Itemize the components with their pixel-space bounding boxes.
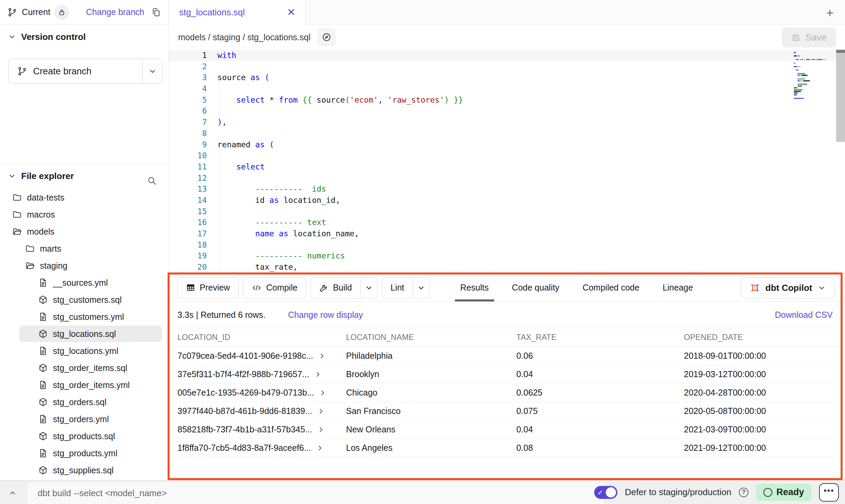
file-tree-item-stg-order-items-sql[interactable]: stg_order_items.sql: [0, 359, 168, 376]
file-tree-item--sources-yml[interactable]: __sources.yml: [0, 274, 168, 291]
column-header-tax_rate: TAX_RATE: [516, 333, 684, 342]
folder-icon: [12, 193, 22, 202]
file-icon: [38, 414, 48, 424]
wrench-icon: [319, 283, 329, 293]
search-icon[interactable]: [147, 176, 157, 186]
expand-row-icon[interactable]: [317, 426, 325, 433]
file-tree-item-staging[interactable]: staging: [0, 257, 168, 274]
file-tree-item-stg-locations-sql[interactable]: stg_locations.sql: [0, 325, 168, 342]
file-tree-item-marts[interactable]: marts: [0, 240, 168, 257]
status-circle-icon: [763, 488, 772, 497]
collapse-panel-button[interactable]: [5, 485, 20, 501]
cell-opened-date: 2018-09-01T00:00:00: [684, 351, 841, 361]
change-branch-link[interactable]: Change branch: [86, 7, 144, 17]
file-tree-item-stg-orders-yml[interactable]: stg_orders.yml: [0, 411, 168, 428]
code-line-6: 6: [169, 105, 845, 117]
file-name: staging: [40, 261, 68, 271]
file-tree-item-models[interactable]: models: [0, 223, 168, 240]
file-explorer-title: File explorer: [21, 171, 74, 181]
close-icon[interactable]: ✕: [287, 7, 296, 17]
dbt-copilot-button[interactable]: dbt Copilot: [741, 277, 835, 298]
file-tree-item-stg-order-items-yml[interactable]: stg_order_items.yml: [0, 376, 168, 394]
code-line-11: 11 select: [169, 161, 845, 173]
git-branch-icon: [8, 8, 17, 17]
copy-icon[interactable]: [151, 8, 161, 17]
file-name: stg_customers.sql: [53, 295, 121, 305]
dbt-ide-app: Current Change branch Version control Cr…: [0, 0, 845, 504]
preview-button[interactable]: Preview: [177, 277, 239, 298]
panel-tab-lineage[interactable]: Lineage: [651, 274, 705, 301]
cell-tax-rate: 0.04: [516, 369, 684, 379]
minimap[interactable]: [794, 52, 834, 100]
line-number: 18: [169, 239, 207, 251]
code-line-5: 5 select * from {{ source('ecom', 'raw_s…: [169, 94, 845, 106]
help-icon[interactable]: ?: [739, 488, 748, 497]
results-table-header: LOCATION_IDLOCATION_NAMETAX_RATEOPENED_D…: [169, 328, 841, 347]
cell-tax-rate: 0.04: [516, 425, 684, 434]
lint-dropdown[interactable]: [413, 278, 430, 298]
file-tree-item-stg-locations-yml[interactable]: stg_locations.yml: [0, 342, 168, 359]
lint-button[interactable]: Lint: [382, 278, 412, 298]
create-branch-button[interactable]: Create branch: [9, 59, 143, 84]
cell-tax-rate: 0.08: [516, 443, 684, 453]
expand-row-icon[interactable]: [316, 444, 324, 452]
new-tab-button[interactable]: [822, 5, 837, 20]
file-tree-item-stg-products-yml[interactable]: stg_products.yml: [0, 445, 168, 462]
file-tree-item-stg-customers-yml[interactable]: stg_customers.yml: [0, 308, 168, 325]
version-control-header[interactable]: Version control: [0, 29, 168, 44]
file-tree-item-stg-supplies-sql[interactable]: stg_supplies.sql: [0, 462, 168, 479]
file-tree-item-macros[interactable]: macros: [0, 206, 168, 223]
file-name: stg_products.sql: [53, 431, 115, 441]
code-line-13: 13 ---------- ids: [169, 183, 845, 195]
change-row-display-link[interactable]: Change row display: [288, 310, 363, 320]
code-editor[interactable]: 1with23source as (45 select * from {{ so…: [169, 50, 845, 274]
cell-location-name: Brooklyn: [346, 369, 516, 379]
file-tree-item-data-tests[interactable]: data-tests: [0, 189, 168, 206]
panel-tab-code-quality[interactable]: Code quality: [500, 274, 571, 301]
lineage-compass-button[interactable]: [317, 28, 336, 46]
file-name: stg_order_items.yml: [53, 380, 130, 390]
chevron-down-icon: [417, 283, 426, 292]
line-number: 6: [169, 105, 207, 117]
line-number: 14: [169, 195, 207, 206]
version-control-title: Version control: [21, 32, 86, 42]
panel-tab-results[interactable]: Results: [449, 274, 500, 301]
file-tree-item-stg-orders-sql[interactable]: stg_orders.sql: [0, 394, 168, 411]
expand-row-icon[interactable]: [319, 389, 326, 397]
tab-stg-locations-sql[interactable]: stg_locations.sql ✕: [170, 0, 305, 25]
compile-button[interactable]: Compile: [243, 277, 306, 298]
save-button[interactable]: Save: [782, 28, 836, 47]
file-icon: [38, 346, 48, 356]
plus-icon: [825, 8, 835, 18]
expand-row-icon[interactable]: [314, 371, 321, 378]
build-dropdown[interactable]: [360, 278, 377, 298]
build-button[interactable]: Build: [311, 278, 360, 298]
git-branch-icon: [17, 66, 27, 76]
editor-scrollbar[interactable]: [836, 50, 845, 142]
file-explorer-header[interactable]: File explorer: [0, 168, 168, 183]
line-number: 4: [169, 83, 207, 94]
expand-row-icon[interactable]: [318, 352, 326, 360]
lint-label: Lint: [390, 283, 404, 293]
panel-tab-compiled-code[interactable]: Compiled code: [571, 274, 651, 301]
code-line-3: 3source as (: [169, 72, 845, 83]
file-name: stg_locations.yml: [53, 346, 118, 356]
file-tree-item-stg-products-sql[interactable]: stg_products.sql: [0, 428, 168, 445]
preview-label: Preview: [200, 283, 230, 293]
branch-bar: Current Change branch: [0, 0, 168, 25]
model-icon: [38, 329, 48, 339]
file-icon: [38, 380, 48, 390]
result-summary: 3.3s | Returned 6 rows.: [177, 310, 266, 320]
code-line-19: 19 ---------- numerics: [169, 250, 845, 262]
file-name: marts: [40, 244, 61, 254]
defer-toggle[interactable]: ✓: [594, 486, 617, 499]
lock-icon: [58, 9, 66, 16]
more-options-button[interactable]: •••: [819, 483, 839, 502]
file-tree-item-stg-customers-sql[interactable]: stg_customers.sql: [0, 291, 168, 308]
create-branch-dropdown[interactable]: [143, 59, 162, 84]
expand-row-icon[interactable]: [317, 407, 325, 415]
table-row: 858218fb-73f7-4b1b-a31f-57b345...New Orl…: [169, 420, 841, 439]
lint-split-button: Lint: [382, 277, 430, 298]
command-input[interactable]: dbt build --select <model_name>: [27, 482, 604, 504]
download-csv-link[interactable]: Download CSV: [775, 310, 833, 320]
